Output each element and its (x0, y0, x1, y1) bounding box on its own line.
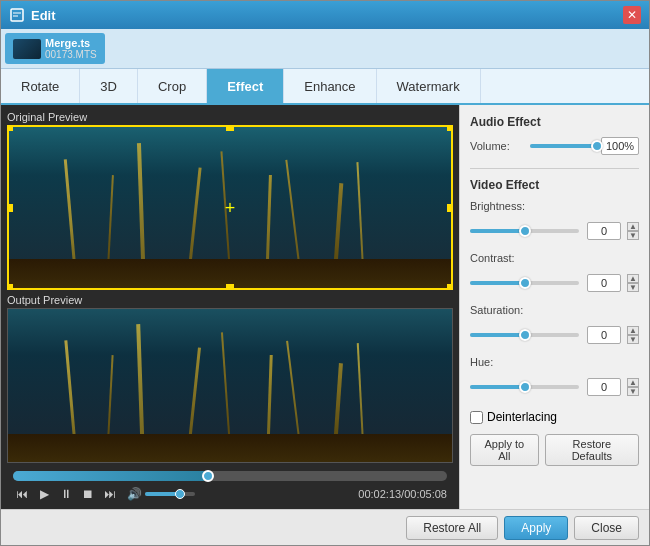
skip-start-button[interactable]: ⏮ (13, 485, 31, 503)
deinterlacing-row: Deinterlacing (470, 410, 639, 424)
brightness-row: Brightness: (470, 200, 639, 212)
right-panel: Audio Effect Volume: Video Effect Bright… (459, 105, 649, 509)
tab-3d[interactable]: 3D (80, 69, 138, 103)
hue-label: Hue: (470, 356, 530, 368)
hue-input[interactable] (587, 378, 621, 396)
progress-bar[interactable] (13, 471, 447, 481)
right-btn-row: Apply to All Restore Defaults (470, 434, 639, 466)
deinterlacing-label: Deinterlacing (487, 410, 557, 424)
volume-slider-container[interactable] (530, 138, 597, 154)
saturation-slider[interactable] (470, 327, 579, 343)
file-tab-name: Merge.ts (45, 37, 97, 49)
output-preview-frame (7, 308, 453, 463)
progress-fill (13, 471, 208, 481)
brightness-label: Brightness: (470, 200, 530, 212)
file-tab-subname: 00173.MTS (45, 49, 97, 60)
resize-handle-bl[interactable] (7, 284, 13, 290)
file-thumbnail (13, 39, 41, 59)
playback-area: ⏮ ▶ ⏸ ⏹ ⏭ 🔊 00:02:13/00:05:08 (7, 467, 453, 507)
apply-to-all-button[interactable]: Apply to All (470, 434, 539, 466)
contrast-track (470, 281, 579, 285)
brightness-down[interactable]: ▼ (627, 231, 639, 240)
skip-end-button[interactable]: ⏭ (101, 485, 119, 503)
saturation-spin: ▲ ▼ (627, 326, 639, 344)
controls-row: ⏮ ▶ ⏸ ⏹ ⏭ 🔊 00:02:13/00:05:08 (13, 485, 447, 503)
volume-icon: 🔊 (127, 487, 142, 501)
saturation-track (470, 333, 579, 337)
output-preview-label: Output Preview (7, 294, 453, 306)
saturation-label: Saturation: (470, 304, 530, 316)
resize-handle-tl[interactable] (7, 125, 13, 131)
contrast-thumb[interactable] (519, 277, 531, 289)
brightness-fill (470, 229, 525, 233)
play-button[interactable]: ▶ (35, 485, 53, 503)
file-tab-content: Merge.ts 00173.MTS (45, 37, 97, 60)
volume-label: Volume: (470, 140, 530, 152)
main-content: Original Preview (1, 105, 649, 509)
tab-enhance[interactable]: Enhance (284, 69, 376, 103)
saturation-row: Saturation: (470, 304, 639, 316)
saturation-input[interactable] (587, 326, 621, 344)
volume-slider[interactable] (145, 492, 195, 496)
brightness-thumb[interactable] (519, 225, 531, 237)
volume-value-input[interactable] (601, 137, 639, 155)
resize-handle-br[interactable] (447, 284, 453, 290)
video-scene: + (9, 127, 451, 288)
saturation-up[interactable]: ▲ (627, 326, 639, 335)
contrast-spin: ▲ ▼ (627, 274, 639, 292)
volume-thumb[interactable] (175, 489, 185, 499)
original-preview-frame: + (7, 125, 453, 290)
saturation-fill (470, 333, 525, 337)
close-bottom-button[interactable]: Close (574, 516, 639, 540)
original-preview-section: Original Preview (7, 111, 453, 290)
hue-thumb[interactable] (519, 381, 531, 393)
tab-effect[interactable]: Effect (207, 69, 284, 103)
video-panel: Original Preview (1, 105, 459, 509)
svg-rect-0 (11, 9, 23, 21)
hue-down[interactable]: ▼ (627, 387, 639, 396)
file-tab[interactable]: Merge.ts 00173.MTS (5, 33, 105, 64)
resize-handle-mr[interactable] (447, 204, 453, 212)
resize-handle-ml[interactable] (7, 204, 13, 212)
brightness-input[interactable] (587, 222, 621, 240)
contrast-slider[interactable] (470, 275, 579, 291)
volume-track (530, 144, 597, 148)
saturation-down[interactable]: ▼ (627, 335, 639, 344)
hue-spin: ▲ ▼ (627, 378, 639, 396)
tab-watermark[interactable]: Watermark (377, 69, 481, 103)
volume-row: Volume: (470, 137, 639, 155)
stop-button[interactable]: ⏹ (79, 485, 97, 503)
contrast-down[interactable]: ▼ (627, 283, 639, 292)
contrast-label: Contrast: (470, 252, 530, 264)
brightness-slider[interactable] (470, 223, 579, 239)
tab-rotate[interactable]: Rotate (1, 69, 80, 103)
contrast-up[interactable]: ▲ (627, 274, 639, 283)
restore-all-button[interactable]: Restore All (406, 516, 498, 540)
apply-button[interactable]: Apply (504, 516, 568, 540)
pause-button[interactable]: ⏸ (57, 485, 75, 503)
hue-up[interactable]: ▲ (627, 378, 639, 387)
saturation-control: ▲ ▼ (470, 326, 639, 344)
progress-thumb[interactable] (202, 470, 214, 482)
resize-handle-tr[interactable] (447, 125, 453, 131)
volume-track-thumb[interactable] (591, 140, 603, 152)
resize-handle-tc[interactable] (226, 125, 234, 131)
hue-fill (470, 385, 525, 389)
volume-area: 🔊 (127, 487, 195, 501)
contrast-input[interactable] (587, 274, 621, 292)
restore-defaults-button[interactable]: Restore Defaults (545, 434, 639, 466)
hue-row: Hue: (470, 356, 639, 368)
bottom-bar: Restore All Apply Close (1, 509, 649, 545)
deinterlacing-checkbox[interactable] (470, 411, 483, 424)
close-button[interactable]: ✕ (623, 6, 641, 24)
tab-crop[interactable]: Crop (138, 69, 207, 103)
output-video-scene (8, 309, 452, 462)
brightness-track (470, 229, 579, 233)
resize-handle-bc[interactable] (226, 284, 234, 290)
brightness-up[interactable]: ▲ (627, 222, 639, 231)
hue-slider[interactable] (470, 379, 579, 395)
window-title: Edit (31, 8, 623, 23)
contrast-fill (470, 281, 525, 285)
saturation-thumb[interactable] (519, 329, 531, 341)
timecode: 00:02:13/00:05:08 (358, 488, 447, 500)
